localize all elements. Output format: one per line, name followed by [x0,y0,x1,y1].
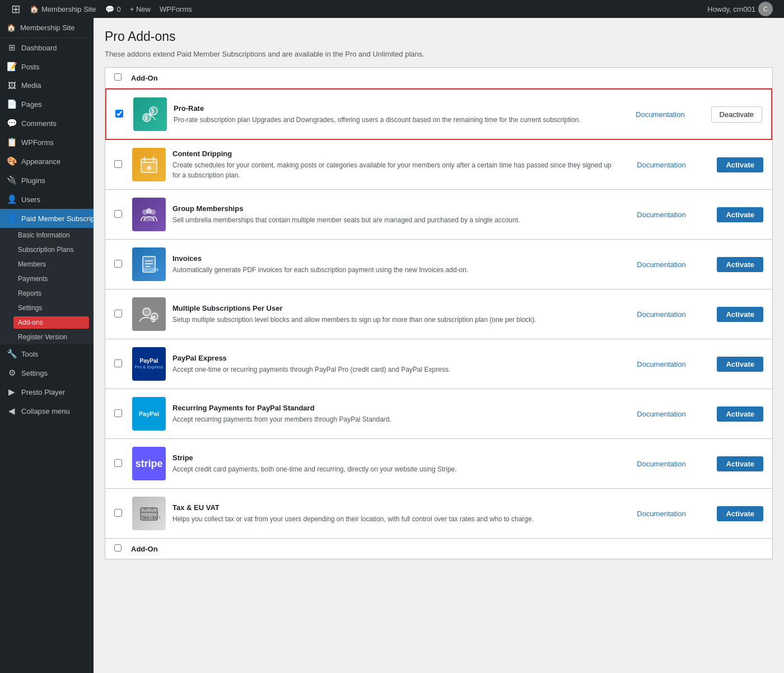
tools-label: Tools [21,350,38,358]
site-name-button[interactable]: 🏠 Membership Site [25,0,101,18]
pro-rate-doc: Documentation [627,110,694,119]
multiple-subscriptions-info: Multiple Subscriptions Per User Setup mu… [172,304,621,325]
sidebar-submenu-register-version[interactable]: Register Version [0,330,94,344]
comments-button[interactable]: 💬 0 [101,0,125,18]
dashboard-label: Dashboard [21,44,57,52]
select-all-bottom-checkbox[interactable] [114,544,122,552]
paypal-express-checkbox[interactable] [114,359,122,367]
recurring-paypal-desc: Accept recurring payments from your memb… [172,414,621,424]
presto-label: Presto Player [21,388,65,396]
recurring-paypal-activate-button[interactable]: Activate [717,406,763,422]
wpforms-button[interactable]: WPForms [155,0,197,18]
invoices-checkbox[interactable] [114,260,122,268]
sidebar-site-name[interactable]: 🏠 Membership Site [0,18,94,38]
users-label: Users [21,195,40,204]
invoices-checkbox-wrap [114,260,125,269]
site-name-label: Membership Site [41,5,96,13]
sidebar-submenu-subscription-plans[interactable]: Subscription Plans [0,242,94,257]
stripe-checkbox[interactable] [114,459,122,467]
addon-row-tax-eu-vat: TAX / EU VAT Tax & EU VAT Helps you coll… [105,489,772,539]
sidebar-item-appearance[interactable]: 🎨 Appearance [0,152,94,171]
pro-rate-name: Pro-Rate [174,104,620,113]
sidebar-item-pms[interactable]: 👤 Paid Member Subscriptions [0,209,94,228]
sidebar-item-comments[interactable]: 💬 Comments [0,114,94,133]
comments-icon: 💬 [7,118,17,128]
presto-icon: ▶ [7,387,17,397]
group-memberships-icon [132,198,166,231]
addon-row-pro-rate: $ $ Pro-Rate Pro-rate subscription plan … [105,88,772,140]
tax-eu-vat-activate-button[interactable]: Activate [717,506,763,521]
multiple-subscriptions-activate-button[interactable]: Activate [717,307,763,322]
group-memberships-checkbox-wrap [114,210,125,219]
sidebar-item-tools[interactable]: 🔧 Tools [0,344,94,363]
users-icon: 👤 [7,194,17,204]
sidebar-item-posts[interactable]: 📝 Posts [0,57,94,76]
svg-text:$: $ [144,115,148,121]
stripe-text-logo: stripe [135,458,162,470]
recurring-paypal-checkbox[interactable] [114,409,122,417]
table-header-row: Add-On [105,68,772,88]
paypal-express-doc: Documentation [628,360,695,368]
wp-logo-button[interactable]: ⊞ [7,0,25,18]
stripe-activate-button[interactable]: Activate [717,456,763,471]
stripe-action: Activate [702,456,763,471]
addon-row-stripe: stripe Stripe Accept credit card payment… [105,439,772,489]
multiple-subscriptions-checkbox-wrap [114,310,125,319]
invoices-doc-link[interactable]: Documentation [637,260,685,269]
settings-label: Settings [21,369,48,377]
sidebar-item-plugins[interactable]: 🔌 Plugins [0,171,94,190]
wpforms-icon: 📋 [7,137,17,147]
recurring-paypal-doc-link[interactable]: Documentation [637,410,685,418]
invoices-info: Invoices Automatically generate PDF invo… [172,254,621,275]
multiple-subscriptions-checkbox[interactable] [114,310,122,317]
content-dripping-doc-link[interactable]: Documentation [637,161,685,169]
sidebar-submenu-settings[interactable]: Settings [0,301,94,315]
sidebar-submenu-members[interactable]: Members [0,257,94,272]
recurring-paypal-action: Activate [702,406,763,422]
comments-icon: 💬 [105,5,114,13]
sidebar-item-presto-player[interactable]: ▶ Presto Player [0,382,94,401]
group-memberships-checkbox[interactable] [114,210,122,218]
sidebar-item-users[interactable]: 👤 Users [0,190,94,209]
content-dripping-checkbox-wrap [114,160,125,170]
collapse-label: Collapse menu [21,407,70,415]
sidebar-item-settings[interactable]: ⚙ Settings [0,363,94,382]
group-memberships-doc-link[interactable]: Documentation [637,211,685,219]
content-dripping-activate-button[interactable]: Activate [717,157,763,172]
stripe-doc-link[interactable]: Documentation [637,460,685,468]
stripe-icon: stripe [132,447,166,480]
sidebar-item-media[interactable]: 🖼 Media [0,76,94,95]
pro-rate-checkbox[interactable] [115,110,123,118]
addon-row-recurring-paypal: PayPal Recurring Payments for PayPal Sta… [105,389,772,439]
tax-eu-vat-doc: Documentation [628,510,695,518]
sidebar-collapse-button[interactable]: ◀ Collapse menu [0,401,94,420]
tax-eu-vat-doc-link[interactable]: Documentation [637,510,685,518]
sidebar-submenu-reports[interactable]: Reports [0,286,94,301]
howdy-label: Howdy, crn001 [707,5,755,13]
content-dripping-checkbox[interactable] [114,160,122,168]
paypal-express-doc-link[interactable]: Documentation [637,360,685,368]
sidebar-submenu-basic-information[interactable]: Basic Information [0,228,94,242]
invoices-activate-button[interactable]: Activate [717,257,763,272]
svg-point-20 [143,308,151,316]
comments-label: Comments [21,119,57,128]
site-icon: 🏠 [30,5,39,13]
paypal-express-icon: PayPal Pro & Express [132,347,166,381]
pms-label: Paid Member Subscriptions [21,214,94,223]
group-memberships-activate-button[interactable]: Activate [717,207,763,222]
tax-eu-vat-checkbox[interactable] [114,509,122,517]
content-dripping-name: Content Dripping [172,149,621,158]
new-button[interactable]: + New [125,0,155,18]
pro-rate-doc-link[interactable]: Documentation [636,110,684,119]
select-all-checkbox[interactable] [114,73,122,81]
sidebar-submenu-payments[interactable]: Payments [0,272,94,286]
sidebar-item-dashboard[interactable]: ⊞ Dashboard [0,38,94,57]
sidebar-item-pages[interactable]: 📄 Pages [0,95,94,114]
paypal-express-activate-button[interactable]: Activate [717,357,763,372]
sidebar-item-wpforms[interactable]: 📋 WPForms [0,133,94,152]
svg-text:+: + [153,314,156,320]
pro-rate-deactivate-button[interactable]: Deactivate [711,106,762,123]
howdy-button[interactable]: Howdy, crn001 C [703,0,777,18]
sidebar-submenu-add-ons[interactable]: Add-ons [13,316,89,329]
multiple-subscriptions-doc-link[interactable]: Documentation [637,310,685,319]
